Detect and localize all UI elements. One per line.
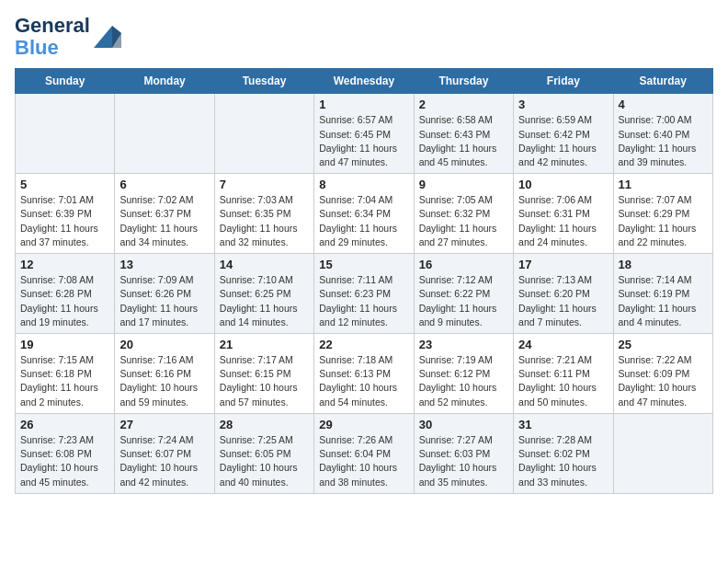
day-detail: Sunrise: 7:17 AMSunset: 6:15 PMDaylight:… [220,353,309,409]
day-number: 7 [220,178,309,191]
day-number: 26 [20,418,109,431]
day-number: 29 [319,418,408,431]
day-detail: Sunrise: 7:24 AMSunset: 6:07 PMDaylight:… [119,433,209,489]
calendar-cell [613,413,712,493]
weekday-header-monday: Monday [115,69,214,94]
calendar-cell: 12Sunrise: 7:08 AMSunset: 6:28 PMDayligh… [16,254,115,334]
calendar-cell: 8Sunrise: 7:04 AMSunset: 6:34 PMDaylight… [314,174,414,254]
svg-marker-1 [112,26,121,48]
weekday-header-thursday: Thursday [414,69,513,94]
calendar-cell: 25Sunrise: 7:22 AMSunset: 6:09 PMDayligh… [613,334,712,414]
day-number: 23 [419,338,508,351]
day-number: 9 [419,178,508,191]
day-detail: Sunrise: 7:11 AMSunset: 6:23 PMDaylight:… [319,273,408,329]
day-detail: Sunrise: 7:27 AMSunset: 6:03 PMDaylight:… [419,433,508,489]
calendar-cell: 3Sunrise: 6:59 AMSunset: 6:42 PMDaylight… [514,94,613,174]
calendar-cell: 5Sunrise: 7:01 AMSunset: 6:39 PMDaylight… [16,174,115,254]
day-number: 30 [419,418,508,431]
calendar-cell: 17Sunrise: 7:13 AMSunset: 6:20 PMDayligh… [514,254,613,334]
day-number: 4 [619,98,708,111]
day-number: 3 [518,98,608,111]
day-detail: Sunrise: 7:08 AMSunset: 6:28 PMDaylight:… [20,273,109,329]
day-number: 18 [619,258,708,271]
day-detail: Sunrise: 7:14 AMSunset: 6:19 PMDaylight:… [619,273,708,329]
calendar-cell [115,94,214,174]
calendar-cell: 30Sunrise: 7:27 AMSunset: 6:03 PMDayligh… [414,413,513,493]
calendar-cell: 7Sunrise: 7:03 AMSunset: 6:35 PMDaylight… [214,174,313,254]
calendar-cell: 31Sunrise: 7:28 AMSunset: 6:02 PMDayligh… [514,413,613,493]
calendar-cell: 21Sunrise: 7:17 AMSunset: 6:15 PMDayligh… [214,334,313,414]
day-number: 12 [20,258,109,271]
logo-icon [94,26,121,48]
day-detail: Sunrise: 7:01 AMSunset: 6:39 PMDaylight:… [20,193,109,249]
calendar-cell: 20Sunrise: 7:16 AMSunset: 6:16 PMDayligh… [115,334,214,414]
day-detail: Sunrise: 6:58 AMSunset: 6:43 PMDaylight:… [419,113,508,169]
day-number: 15 [319,258,408,271]
day-detail: Sunrise: 6:59 AMSunset: 6:42 PMDaylight:… [518,113,608,169]
calendar-cell [214,94,313,174]
calendar-cell: 13Sunrise: 7:09 AMSunset: 6:26 PMDayligh… [115,254,214,334]
calendar-week-row: 12Sunrise: 7:08 AMSunset: 6:28 PMDayligh… [16,254,713,334]
day-number: 31 [518,418,608,431]
day-number: 11 [619,178,708,191]
day-number: 13 [119,258,209,271]
day-number: 24 [518,338,608,351]
calendar-cell: 26Sunrise: 7:23 AMSunset: 6:08 PMDayligh… [16,413,115,493]
calendar-week-row: 1Sunrise: 6:57 AMSunset: 6:45 PMDaylight… [16,94,713,174]
day-detail: Sunrise: 7:09 AMSunset: 6:26 PMDaylight:… [119,273,209,329]
calendar-cell: 24Sunrise: 7:21 AMSunset: 6:11 PMDayligh… [514,334,613,414]
day-detail: Sunrise: 7:21 AMSunset: 6:11 PMDaylight:… [518,353,608,409]
weekday-header-friday: Friday [514,69,613,94]
day-detail: Sunrise: 7:03 AMSunset: 6:35 PMDaylight:… [220,193,309,249]
day-detail: Sunrise: 7:05 AMSunset: 6:32 PMDaylight:… [419,193,508,249]
day-number: 14 [220,258,309,271]
calendar-week-row: 5Sunrise: 7:01 AMSunset: 6:39 PMDaylight… [16,174,713,254]
day-detail: Sunrise: 7:18 AMSunset: 6:13 PMDaylight:… [319,353,408,409]
weekday-header-wednesday: Wednesday [314,69,414,94]
weekday-header-sunday: Sunday [16,69,115,94]
calendar-cell: 9Sunrise: 7:05 AMSunset: 6:32 PMDaylight… [414,174,513,254]
day-number: 6 [119,178,209,191]
calendar-week-row: 26Sunrise: 7:23 AMSunset: 6:08 PMDayligh… [16,413,713,493]
day-detail: Sunrise: 7:22 AMSunset: 6:09 PMDaylight:… [619,353,708,409]
day-detail: Sunrise: 7:06 AMSunset: 6:31 PMDaylight:… [518,193,608,249]
page-header: GeneralBlue [15,15,713,59]
calendar-cell: 22Sunrise: 7:18 AMSunset: 6:13 PMDayligh… [314,334,414,414]
day-number: 5 [20,178,109,191]
day-number: 20 [119,338,209,351]
calendar-cell: 2Sunrise: 6:58 AMSunset: 6:43 PMDaylight… [414,94,513,174]
calendar-week-row: 19Sunrise: 7:15 AMSunset: 6:18 PMDayligh… [16,334,713,414]
day-detail: Sunrise: 7:28 AMSunset: 6:02 PMDaylight:… [518,433,608,489]
day-detail: Sunrise: 7:02 AMSunset: 6:37 PMDaylight:… [119,193,209,249]
day-detail: Sunrise: 7:12 AMSunset: 6:22 PMDaylight:… [419,273,508,329]
calendar-cell: 6Sunrise: 7:02 AMSunset: 6:37 PMDaylight… [115,174,214,254]
day-number: 21 [220,338,309,351]
calendar-cell [16,94,115,174]
calendar-cell: 4Sunrise: 7:00 AMSunset: 6:40 PMDaylight… [613,94,712,174]
calendar-cell: 16Sunrise: 7:12 AMSunset: 6:22 PMDayligh… [414,254,513,334]
day-number: 16 [419,258,508,271]
day-number: 10 [518,178,608,191]
day-detail: Sunrise: 7:10 AMSunset: 6:25 PMDaylight:… [220,273,309,329]
calendar-cell: 10Sunrise: 7:06 AMSunset: 6:31 PMDayligh… [514,174,613,254]
day-number: 22 [319,338,408,351]
calendar-cell: 11Sunrise: 7:07 AMSunset: 6:29 PMDayligh… [613,174,712,254]
day-detail: Sunrise: 7:19 AMSunset: 6:12 PMDaylight:… [419,353,508,409]
day-detail: Sunrise: 7:16 AMSunset: 6:16 PMDaylight:… [119,353,209,409]
logo-text: GeneralBlue [15,15,90,59]
calendar-cell: 19Sunrise: 7:15 AMSunset: 6:18 PMDayligh… [16,334,115,414]
day-number: 25 [619,338,708,351]
calendar-cell: 15Sunrise: 7:11 AMSunset: 6:23 PMDayligh… [314,254,414,334]
calendar-cell: 14Sunrise: 7:10 AMSunset: 6:25 PMDayligh… [214,254,313,334]
calendar-cell: 27Sunrise: 7:24 AMSunset: 6:07 PMDayligh… [115,413,214,493]
day-detail: Sunrise: 7:26 AMSunset: 6:04 PMDaylight:… [319,433,408,489]
calendar-cell: 28Sunrise: 7:25 AMSunset: 6:05 PMDayligh… [214,413,313,493]
day-number: 17 [518,258,608,271]
logo: GeneralBlue [15,15,121,59]
day-number: 19 [20,338,109,351]
day-number: 27 [119,418,209,431]
day-detail: Sunrise: 7:15 AMSunset: 6:18 PMDaylight:… [20,353,109,409]
calendar-cell: 29Sunrise: 7:26 AMSunset: 6:04 PMDayligh… [314,413,414,493]
day-detail: Sunrise: 6:57 AMSunset: 6:45 PMDaylight:… [319,113,408,169]
day-number: 1 [319,98,408,111]
